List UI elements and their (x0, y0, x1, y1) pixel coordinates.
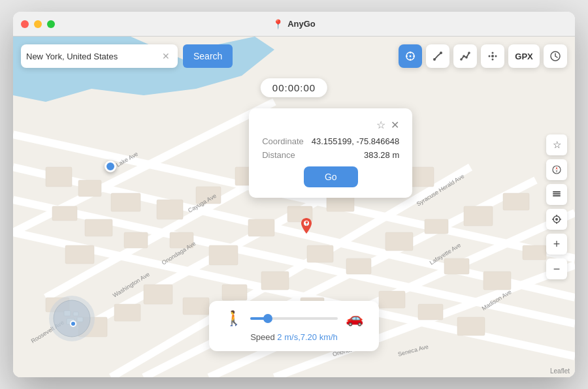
svg-rect-93 (553, 191, 561, 193)
coordinate-popup: ☆ ✕ Coordinate 43.155199, -75.846648 Dis… (249, 108, 412, 198)
traffic-lights (21, 20, 55, 28)
svg-point-69 (440, 52, 442, 54)
search-input[interactable] (26, 52, 162, 61)
svg-point-72 (465, 56, 468, 59)
svg-rect-45 (418, 304, 443, 320)
close-popup-button[interactable]: ✕ (391, 119, 399, 131)
history-button[interactable] (544, 44, 567, 68)
svg-rect-12 (46, 167, 72, 187)
svg-rect-17 (124, 232, 148, 248)
speed-icons-row: 🚶 🚗 (225, 310, 363, 327)
svg-rect-32 (425, 219, 448, 234)
distance-value: 383.28 m (364, 150, 399, 160)
route-tool-button[interactable] (426, 44, 449, 68)
svg-point-71 (463, 55, 465, 57)
app-window: 📍 AnyGo (13, 12, 575, 377)
svg-rect-41 (261, 272, 289, 290)
speed-value: 2 m/s,7.20 km/h (277, 332, 337, 342)
svg-rect-16 (85, 219, 112, 236)
speed-label: Speed (250, 332, 275, 342)
compass-button[interactable] (546, 159, 567, 180)
zoom-in-button[interactable]: + (546, 234, 567, 255)
map-pin[interactable]: 📍 (299, 218, 314, 241)
svg-rect-40 (222, 285, 247, 300)
svg-rect-37 (523, 245, 546, 260)
right-toolbar: ☆ (546, 134, 567, 279)
svg-point-76 (495, 55, 497, 57)
distance-label: Distance (262, 150, 295, 160)
minimize-button[interactable] (34, 20, 42, 28)
go-button[interactable]: Go (304, 166, 358, 187)
svg-rect-19 (157, 200, 183, 219)
multi-route-tool-button[interactable] (453, 44, 477, 68)
current-location-dot (105, 161, 116, 172)
speed-text: Speed 2 m/s,7.20 km/h (225, 332, 363, 342)
favorite-icon[interactable]: ☆ (376, 119, 385, 131)
gpx-button[interactable]: GPX (508, 44, 540, 68)
svg-point-74 (491, 55, 494, 57)
crosshair-tool-button[interactable] (399, 44, 422, 68)
speed-slider-container[interactable] (250, 317, 338, 320)
svg-rect-83 (64, 311, 71, 316)
coordinate-value: 43.155199, -75.846648 (312, 136, 399, 146)
svg-point-75 (489, 55, 491, 57)
app-title-text: AnyGo (287, 19, 316, 29)
coordinate-label: Coordinate (262, 136, 304, 146)
leaflet-attribution: Leaflet (550, 367, 570, 375)
svg-rect-38 (144, 285, 172, 304)
svg-rect-24 (248, 219, 274, 236)
timer-badge: 00:00:00 (261, 78, 327, 97)
svg-rect-91 (553, 193, 561, 194)
speed-slider-track (250, 317, 338, 320)
svg-marker-89 (556, 166, 558, 170)
svg-rect-31 (385, 232, 413, 251)
location-button[interactable] (546, 209, 567, 230)
coordinate-row: Coordinate 43.155199, -75.846648 (262, 136, 399, 146)
svg-rect-46 (457, 317, 485, 335)
svg-rect-30 (346, 258, 371, 274)
svg-rect-84 (73, 312, 78, 316)
joystick-tool-button[interactable] (481, 44, 504, 68)
app-title: 📍 AnyGo (272, 19, 316, 29)
svg-point-73 (468, 52, 470, 54)
close-button[interactable] (21, 20, 29, 28)
map-container[interactable]: Lake Ave Cayuga Ave Onondaga Ave Washing… (13, 37, 575, 377)
svg-rect-39 (183, 298, 209, 315)
svg-text:📍: 📍 (304, 221, 310, 226)
svg-rect-13 (78, 180, 101, 196)
svg-point-67 (410, 55, 412, 57)
speed-slider-thumb[interactable] (263, 314, 272, 323)
app-icon: 📍 (272, 19, 284, 29)
svg-rect-92 (553, 195, 561, 196)
svg-point-95 (555, 218, 558, 221)
star-button[interactable]: ☆ (546, 134, 567, 155)
popup-header: ☆ ✕ (262, 119, 399, 131)
svg-rect-49 (114, 304, 140, 321)
toolbar: ✕ Search (21, 44, 567, 68)
speed-panel: 🚶 🚗 Speed 2 m/s,7.20 km/h (209, 301, 379, 351)
svg-rect-18 (65, 245, 94, 264)
svg-rect-35 (444, 258, 469, 274)
svg-point-77 (492, 52, 494, 54)
clear-icon[interactable]: ✕ (162, 51, 170, 61)
svg-point-87 (71, 321, 76, 326)
svg-rect-23 (209, 245, 238, 265)
toolbar-actions: GPX (399, 44, 567, 68)
svg-marker-90 (556, 170, 558, 173)
svg-rect-14 (111, 193, 140, 211)
walk-icon: 🚶 (225, 310, 242, 327)
search-button[interactable]: Search (183, 44, 233, 68)
zoom-out-button[interactable]: − (546, 258, 567, 279)
titlebar: 📍 AnyGo (13, 12, 575, 37)
layers-button[interactable] (546, 184, 567, 205)
svg-rect-29 (307, 245, 333, 262)
svg-point-70 (460, 58, 463, 61)
distance-row: Distance 383.28 m (262, 150, 399, 160)
svg-point-78 (492, 59, 494, 61)
svg-rect-86 (77, 317, 83, 322)
search-bar: ✕ (21, 44, 178, 68)
svg-point-68 (433, 58, 436, 61)
maximize-button[interactable] (47, 20, 55, 28)
mini-compass (49, 296, 95, 341)
svg-rect-44 (379, 291, 405, 308)
